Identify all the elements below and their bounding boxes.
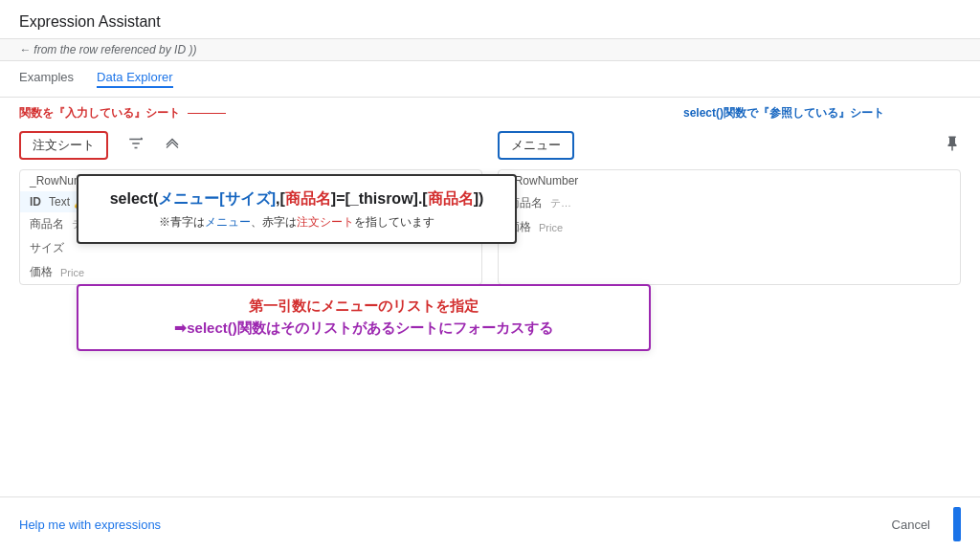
callout-overlay: 第一引数にメニューのリストを指定 ➡select()関数はそのリストがあるシート… xyxy=(77,284,651,351)
tab-examples[interactable]: Examples xyxy=(19,70,74,88)
formula-text: select(メニュー[サイズ],[商品名]=[_thisrow].[商品名]) xyxy=(94,187,500,210)
right-sheet-box: メニュー xyxy=(498,131,574,160)
right-sheet-container: メニュー xyxy=(482,131,961,160)
table-row: 商品名 テ… xyxy=(499,191,960,215)
dialog-header: Expression Assistant xyxy=(0,0,980,39)
labels-row: 関数を『入力している』シート select()関数で『参照している』シート xyxy=(19,98,961,125)
dialog-footer: Help me with expressions Cancel xyxy=(0,496,980,551)
expression-assistant-dialog: Expression Assistant ← from the row refe… xyxy=(0,0,980,551)
tabs-area: Examples Data Explorer xyxy=(0,61,980,98)
label-line xyxy=(188,113,226,114)
label-right: select()関数で『参照している』シート xyxy=(683,105,884,121)
table-row: 価格 Price xyxy=(20,260,481,284)
sheets-header-area: 注文シート xyxy=(19,125,961,165)
dialog-title: Expression Assistant xyxy=(19,13,161,30)
footer-buttons: Cancel xyxy=(877,507,961,541)
callout-title: 第一引数にメニューのリストを指定 xyxy=(94,298,634,316)
callout-body: ➡select()関数はそのリストがあるシートにフォーカスする xyxy=(94,320,634,338)
collapse-icon[interactable] xyxy=(160,133,185,158)
left-sheet-box: 注文シート xyxy=(19,131,108,160)
primary-accent-bar xyxy=(953,507,961,541)
help-link[interactable]: Help me with expressions xyxy=(19,518,161,532)
formula-note: ※青字はメニュー、赤字は注文シートを指しています xyxy=(94,214,500,231)
right-column: _RowNumber 商品名 テ… 価格 Price xyxy=(498,169,961,285)
formula-overlay: select(メニュー[サイズ],[商品名]=[_thisrow].[商品名])… xyxy=(77,174,517,244)
table-row: _RowNumber xyxy=(499,170,960,191)
main-content: 関数を『入力している』シート select()関数で『参照している』シート 注文… xyxy=(0,98,980,496)
tab-data-explorer[interactable]: Data Explorer xyxy=(97,70,172,88)
scroll-hint: ← from the row referenced by ID )) xyxy=(0,39,980,61)
left-sheet-container: 注文シート xyxy=(19,131,482,160)
filter-icon[interactable] xyxy=(123,133,148,158)
label-left: 関数を『入力している』シート xyxy=(19,105,226,121)
pin-icon[interactable] xyxy=(944,135,961,156)
cancel-button[interactable]: Cancel xyxy=(877,510,946,540)
table-row: 価格 Price xyxy=(499,215,960,239)
